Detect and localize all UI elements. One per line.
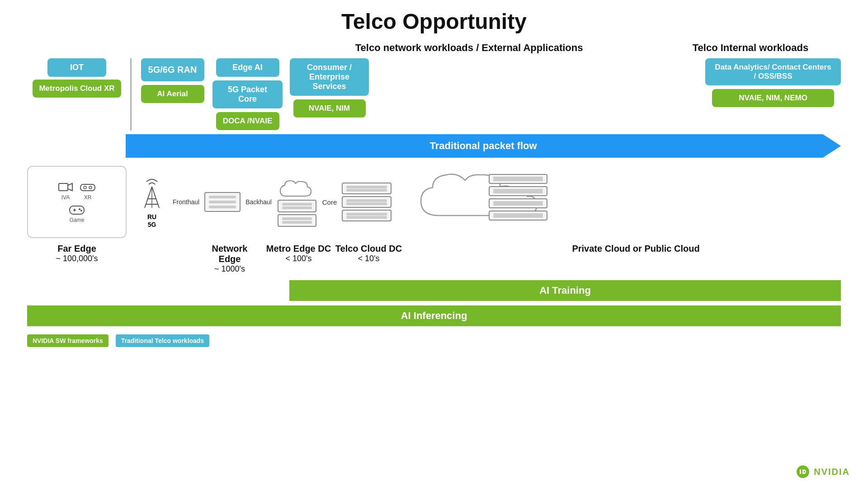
- cloud-server-2: [489, 186, 547, 196]
- server-line-7: [282, 221, 312, 224]
- telco-cloud-name: Telco Cloud DC: [335, 244, 402, 254]
- telco-server-2: [342, 196, 392, 208]
- data-analytics-blue-box: Data Analytics/ Contact Centers / OSS/BS…: [705, 58, 841, 85]
- camera-icon: [58, 181, 73, 193]
- ai-training-arrow-fill: AI Training: [289, 280, 841, 301]
- edge-ai-blue-box: Edge AI: [216, 58, 279, 77]
- divider: [130, 58, 132, 131]
- du-server-group: [202, 192, 243, 212]
- backhaul-label: Backhaul: [245, 198, 272, 206]
- far-edge-diagram: IVA XR: [27, 166, 127, 238]
- ai-training-label: AI Training: [539, 285, 591, 296]
- nvaie-nemo-green-box: NVAIE, NIM, NEMO: [712, 89, 834, 107]
- server-line-9: [346, 189, 387, 192]
- telco-cols: 5G/6G RAN AI Aerial Edge AI 5G Packet Co…: [135, 58, 705, 130]
- metro-server-1: [278, 200, 316, 212]
- gamepad-icon: [69, 204, 85, 216]
- ai-training-arrow: AI Training: [289, 280, 841, 301]
- xr-icon: [80, 181, 96, 193]
- server-line-3: [209, 206, 236, 208]
- tower-label: RU5G: [147, 213, 156, 229]
- network-edge-count: ~ 1000's: [214, 264, 245, 274]
- nvidia-logo-icon: [795, 464, 811, 480]
- tower-group: RU5G: [134, 175, 170, 229]
- packet-flow-arrow: Traditional packet flow: [126, 134, 841, 158]
- du-server: [204, 192, 241, 212]
- ai-inferencing-arrow-fill: AI Inferencing: [27, 305, 841, 326]
- network-edge-location: Network Edge ~ 1000's: [209, 244, 250, 274]
- server-line-21: [493, 216, 543, 218]
- telco-cloud-count: < 10's: [358, 254, 380, 263]
- telco-cloud-group: [340, 183, 394, 221]
- svg-point-3: [84, 186, 86, 189]
- server-line-15: [493, 179, 543, 181]
- tower-icon: [138, 175, 165, 211]
- svg-rect-0: [59, 183, 68, 191]
- ai-inferencing-label: AI Inferencing: [401, 310, 467, 322]
- metro-cloud-icon: [277, 177, 317, 202]
- server-line-17: [493, 191, 543, 193]
- internal-col: Data Analytics/ Contact Centers / OSS/BS…: [705, 58, 841, 107]
- metro-group: [274, 177, 320, 227]
- section-label-network: Telco network workloads / External Appli…: [316, 42, 623, 54]
- svg-point-8: [79, 208, 80, 210]
- section-labels: Telco network workloads / External Appli…: [27, 42, 841, 54]
- server-line-10: [346, 199, 387, 202]
- page-title: Telco Opportunity: [27, 9, 841, 34]
- far-edge-name: Far Edge: [57, 244, 96, 254]
- private-cloud-section: [407, 166, 570, 238]
- svg-point-4: [89, 186, 92, 189]
- consumer-col: Consumer / Enterprise Services NVAIE, NI…: [290, 58, 369, 130]
- legend-row: NVIDIA SW frameworks Traditional Telco w…: [27, 334, 841, 347]
- metro-server-2: [278, 214, 316, 227]
- far-edge-count: ~ 100,000's: [56, 254, 98, 263]
- server-line-11: [346, 202, 387, 205]
- nvaie-nim-green-box: NVAIE, NIM: [293, 99, 366, 117]
- server-line-19: [493, 203, 543, 206]
- far-edge-col: IOT Metropolis Cloud XR: [27, 58, 127, 98]
- server-line-4: [282, 203, 312, 206]
- xr-label: XR: [84, 194, 92, 201]
- telco-server-1: [342, 183, 392, 194]
- 5g-packet-blue-box: 5G Packet Core: [212, 80, 283, 108]
- metro-edge-count: < 100's: [286, 254, 312, 263]
- aerial-green-box: AI Aerial: [141, 85, 204, 103]
- ran-blue-box: 5G/6G RAN: [141, 58, 204, 81]
- cloud-server-1: [489, 174, 547, 184]
- xr-icon-group: XR: [80, 181, 96, 201]
- svg-point-9: [80, 210, 82, 211]
- fronthaul-label: Fronthaul: [173, 198, 199, 206]
- far-edge-icons: IVA XR: [58, 181, 96, 201]
- svg-marker-1: [68, 183, 72, 191]
- page: Telco Opportunity Telco network workload…: [0, 0, 868, 488]
- server-line-2: [209, 201, 236, 203]
- private-cloud-location: Private Cloud or Public Cloud: [431, 244, 841, 254]
- game-label: Game: [70, 217, 85, 223]
- metropolis-box: Metropolis Cloud XR: [33, 80, 121, 98]
- top-boxes-row: IOT Metropolis Cloud XR 5G/6G RAN AI Aer…: [27, 58, 841, 131]
- server-line-12: [346, 213, 387, 216]
- nvidia-logo: NVIDIA: [795, 464, 850, 480]
- private-cloud-name: Private Cloud or Public Cloud: [572, 244, 699, 254]
- packet-flow-row: Traditional packet flow: [27, 134, 841, 158]
- core-label: Core: [322, 198, 337, 206]
- iva-label: IVA: [61, 194, 70, 201]
- diagram-row: IVA XR: [27, 161, 841, 243]
- ai-inferencing-row: AI Inferencing: [27, 305, 841, 328]
- nvidia-brand-text: NVIDIA: [814, 467, 850, 477]
- cloud-server-4: [489, 211, 547, 221]
- svg-rect-2: [80, 184, 95, 191]
- server-line-5: [282, 206, 312, 209]
- nvidia-sw-legend: NVIDIA SW frameworks: [27, 334, 108, 347]
- doca-green-box: DOCA /NVAIE: [216, 112, 279, 130]
- network-edge-name: Network Edge: [209, 244, 250, 264]
- iva-icon-group: IVA: [58, 181, 73, 201]
- location-row: Far Edge ~ 100,000's Network Edge ~ 1000…: [27, 244, 841, 274]
- metro-edge-name: Metro Edge DC: [266, 244, 331, 254]
- server-line-8: [346, 186, 387, 188]
- consumer-blue-box: Consumer / Enterprise Services: [290, 58, 369, 96]
- server-line-6: [282, 217, 312, 220]
- server-line-13: [346, 216, 387, 219]
- ai-inferencing-arrow: AI Inferencing: [27, 305, 841, 326]
- telco-server-3: [342, 210, 392, 221]
